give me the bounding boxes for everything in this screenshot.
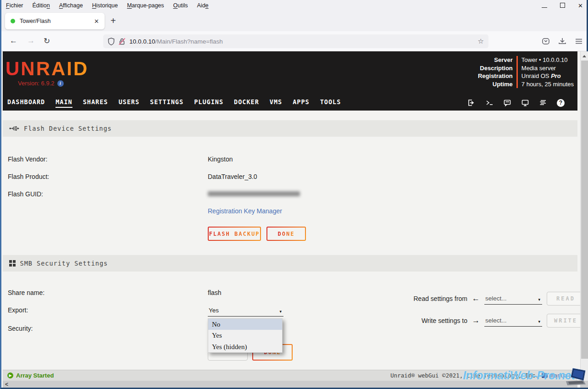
- read-settings-label: Read settings from: [404, 295, 467, 302]
- flash-guid-redacted: [208, 191, 300, 196]
- tab-tower-flash[interactable]: Tower/Flash ✕: [5, 13, 105, 29]
- security-label: Security:: [8, 325, 33, 332]
- version-label: Version: 6.9.2: [18, 80, 55, 87]
- help-icon[interactable]: ?: [557, 99, 565, 107]
- nav-item-apps[interactable]: APPS: [293, 98, 310, 108]
- back-button[interactable]: ←: [10, 36, 17, 45]
- maximize-button[interactable]: [560, 1, 565, 10]
- nav-item-main[interactable]: MAIN: [55, 98, 72, 108]
- server-info: ServerTower • 10.0.0.10DescriptionMedia …: [467, 56, 574, 88]
- usb-icon: [9, 125, 19, 132]
- share-name-value: flash: [208, 289, 222, 296]
- flash-guid-label: Flash GUID:: [8, 190, 43, 198]
- nav-items: DASHBOARDMAINSHARESUSERSSETTINGSPLUGINSD…: [3, 98, 341, 108]
- url-path: /Main/Flash?name=flash: [155, 38, 222, 45]
- share-name-label: Share name:: [8, 289, 44, 296]
- url-host: 10.0.0.10: [129, 38, 155, 45]
- nav-item-docker[interactable]: DOCKER: [234, 98, 259, 108]
- write-settings-select[interactable]: select... ▾: [484, 315, 542, 327]
- version-line: Version: 6.9.2 i: [18, 80, 64, 87]
- shield-icon: [108, 38, 115, 45]
- menu-hamburger-icon[interactable]: [575, 37, 583, 47]
- menu-aide[interactable]: Aide: [197, 2, 209, 9]
- registration-key-manager-link[interactable]: Registration Key Manager: [208, 207, 282, 215]
- window-controls: ✕: [542, 0, 583, 11]
- nav-item-tools[interactable]: TOOLS: [320, 98, 341, 108]
- favicon: [11, 19, 15, 23]
- flash-vendor-label: Flash Vendor:: [8, 156, 47, 163]
- chevron-down-icon: ▾: [538, 319, 540, 324]
- minimize-button[interactable]: [542, 1, 547, 10]
- write-settings-label: Write settings to: [404, 317, 467, 324]
- downloads-icon[interactable]: [558, 37, 566, 47]
- array-status: ▶ Array Started: [3, 372, 54, 379]
- flash-backup-button[interactable]: FLASH BACKUP: [208, 227, 261, 241]
- browser-window: FichierÉditionAffichageHistoriqueMarque-…: [0, 0, 588, 389]
- read-select-value: select...: [485, 295, 507, 302]
- menu--dition[interactable]: Édition: [33, 2, 50, 9]
- arrow-left-icon: ←: [472, 294, 480, 303]
- flash-vendor-value: Kingston: [208, 156, 233, 163]
- chevron-down-icon: ▾: [538, 297, 540, 302]
- new-tab-button[interactable]: +: [111, 16, 116, 26]
- arrow-right-icon: →: [472, 316, 480, 325]
- nav-item-users[interactable]: USERS: [118, 98, 139, 108]
- flash-product-value: DataTraveler_3.0: [208, 173, 257, 180]
- smb-section-header: SMB Security Settings: [3, 255, 577, 272]
- export-select-value: Yes: [209, 307, 219, 314]
- tab-close-icon[interactable]: ✕: [94, 18, 99, 25]
- forward-button[interactable]: →: [27, 36, 35, 45]
- info-icon[interactable]: i: [57, 80, 64, 87]
- unraid-logo[interactable]: UNRAID: [6, 58, 89, 80]
- nav-item-plugins[interactable]: PLUGINS: [194, 98, 223, 108]
- menu-historique[interactable]: Historique: [92, 2, 118, 9]
- read-settings-select[interactable]: select... ▾: [484, 293, 542, 305]
- menu-outils[interactable]: Outils: [173, 2, 188, 9]
- read-button[interactable]: READ: [547, 292, 585, 306]
- info-row: DescriptionMedia server: [467, 64, 574, 72]
- unraid-nav: DASHBOARDMAINSHARESUSERSSETTINGSPLUGINSD…: [3, 95, 577, 111]
- nav-item-vms[interactable]: VMS: [270, 98, 282, 108]
- scroll-left-icon[interactable]: <: [3, 381, 8, 388]
- dropdown-option-no[interactable]: No: [208, 319, 282, 330]
- nav-item-dashboard[interactable]: DASHBOARD: [7, 98, 45, 108]
- pocket-icon[interactable]: [542, 37, 550, 47]
- nav-icon-group: ?: [467, 99, 577, 107]
- unraid-header: UNRAID Version: 6.9.2 i ServerTower • 10…: [3, 51, 577, 95]
- export-select[interactable]: Yes ▾: [208, 305, 283, 317]
- flash-product-label: Flash Product:: [8, 173, 49, 180]
- bookmark-star-icon[interactable]: ☆: [478, 37, 484, 45]
- reload-button[interactable]: ↻: [44, 36, 50, 46]
- smb-section-title: SMB Security Settings: [20, 260, 108, 267]
- menu-bar: FichierÉditionAffichageHistoriqueMarque-…: [1, 0, 587, 11]
- display-icon[interactable]: [521, 99, 529, 107]
- nav-item-shares[interactable]: SHARES: [83, 98, 108, 108]
- url-bar[interactable]: 10.0.0.10/Main/Flash?name=flash ☆: [103, 34, 488, 48]
- logout-icon[interactable]: [467, 99, 476, 107]
- done-button[interactable]: DONE: [266, 227, 306, 241]
- minimize-icon: [542, 7, 547, 8]
- flash-section-title: Flash Device Settings: [24, 125, 112, 132]
- watermark-text: InformatiWeb-Pro.net: [463, 369, 575, 382]
- flash-section-header: Flash Device Settings: [3, 120, 577, 137]
- menu-affichage[interactable]: Affichage: [59, 2, 83, 9]
- chevron-down-icon: ▾: [279, 309, 282, 314]
- write-button[interactable]: WRITE: [547, 314, 585, 328]
- log-icon[interactable]: [539, 99, 547, 107]
- vertical-scrollbar-thumb[interactable]: [581, 61, 588, 359]
- dropdown-option-yes[interactable]: Yes: [208, 330, 282, 341]
- dropdown-option-yes-hidden-[interactable]: Yes (hidden): [208, 341, 282, 352]
- nav-item-settings[interactable]: SETTINGS: [150, 98, 183, 108]
- close-button[interactable]: ✕: [578, 3, 583, 9]
- feedback-icon[interactable]: [503, 99, 511, 107]
- menu-marque-pages[interactable]: Marque-pages: [127, 2, 164, 9]
- menu-fichier[interactable]: Fichier: [6, 2, 23, 9]
- browser-toolbar: ← → ↻ 10.0.0.10/Main/Flash?name=flash ☆: [1, 31, 587, 51]
- scroll-up-icon[interactable]: [581, 52, 588, 60]
- vertical-scrollbar[interactable]: [580, 51, 588, 381]
- export-dropdown-popup: NoYesYes (hidden): [208, 318, 283, 353]
- info-row: ServerTower • 10.0.0.10: [467, 56, 574, 64]
- insecure-lock-icon: [118, 38, 126, 45]
- read-settings-row: Read settings from ← select... ▾ READ: [404, 292, 585, 306]
- terminal-icon[interactable]: [485, 99, 494, 107]
